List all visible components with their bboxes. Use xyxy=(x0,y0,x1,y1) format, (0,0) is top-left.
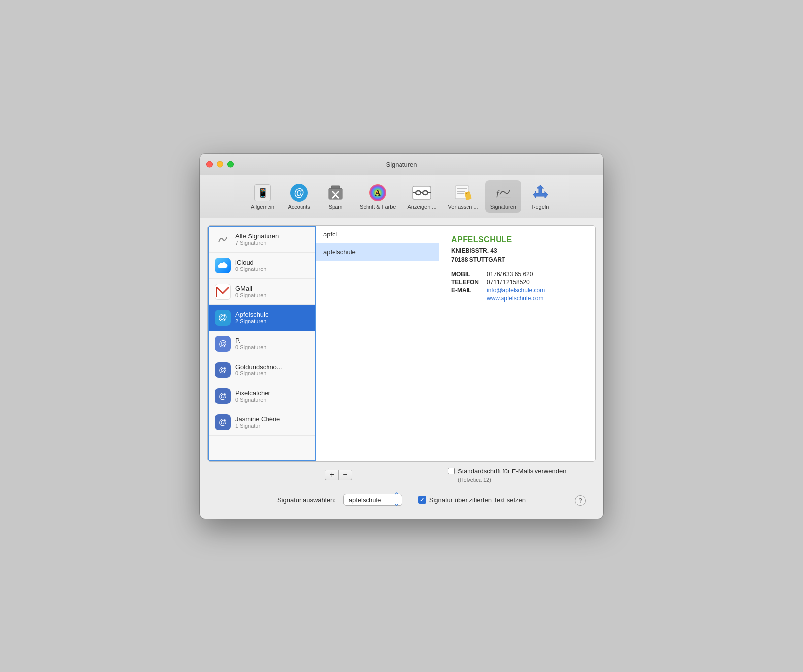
svg-text:ƒ: ƒ xyxy=(496,187,501,198)
account-count-alle: 7 Signaturen xyxy=(235,240,266,246)
website-link[interactable]: www.apfelschule.com xyxy=(487,295,543,302)
account-text-icloud: iCloud 0 Signaturen xyxy=(235,259,309,272)
svg-rect-0 xyxy=(329,188,342,199)
account-count-gold: 0 Signaturen xyxy=(235,370,266,376)
contact-row-email: E-MAIL info@apfelschule.com xyxy=(451,287,583,294)
account-text-gold: Goldundschno... 0 Signaturen xyxy=(235,363,309,376)
add-remove-area: + − xyxy=(321,470,444,480)
verfassen-icon xyxy=(454,183,472,202)
toolbar-item-anzeigen[interactable]: Anzeigen ... xyxy=(402,180,441,213)
accounts-panel[interactable]: Alle Signaturen 7 Signaturen iCloud 0 Si… xyxy=(208,226,316,461)
account-icon-icloud xyxy=(215,258,231,273)
accounts-icon: @ xyxy=(290,183,308,202)
toolbar-label-allgemein: Allgemein xyxy=(251,204,274,210)
telefon-value: 0711/ 12158520 xyxy=(487,279,530,286)
account-text-jasmine: Jasmine Chérie 1 Signatur xyxy=(235,415,309,429)
schrift-icon: A xyxy=(368,183,387,202)
account-text-apfelschule: Apfelschule 2 Signaturen xyxy=(235,311,309,324)
account-count-pixel: 0 Signaturen xyxy=(235,397,266,403)
account-icon-jasmine: @ xyxy=(215,414,231,430)
toolbar-label-verfassen: Verfassen ... xyxy=(448,204,478,210)
close-button[interactable] xyxy=(206,161,213,168)
main-window: Signaturen 📱 Allgemein @ Accounts xyxy=(200,154,603,519)
mobil-value: 0176/ 633 65 620 xyxy=(487,271,533,278)
preview-contact: MOBIL 0176/ 633 65 620 TELEFON 0711/ 121… xyxy=(451,271,583,302)
sig-select-dropdown[interactable]: apfelschule apfel xyxy=(343,494,402,506)
svg-text:A: A xyxy=(375,189,381,197)
preview-street: KNIEBISSTR. 43 xyxy=(451,246,583,255)
sig-above-label: Signatur über zitierten Text setzen xyxy=(429,496,526,504)
toolbar-item-regeln[interactable]: Regeln xyxy=(523,180,558,213)
toolbar-item-spam[interactable]: Spam xyxy=(318,180,353,213)
sig-item-apfelschule[interactable]: apfelschule xyxy=(316,243,439,261)
toolbar-item-allgemein[interactable]: 📱 Allgemein xyxy=(245,180,280,213)
account-icon-pixel: @ xyxy=(215,388,231,404)
mobil-label: MOBIL xyxy=(451,271,482,278)
preview-company: APFELSCHULE xyxy=(451,235,583,244)
sig-above-checkbox[interactable] xyxy=(418,496,426,504)
help-button[interactable]: ? xyxy=(575,495,586,506)
content-area: Alle Signaturen 7 Signaturen iCloud 0 Si… xyxy=(200,218,603,519)
bottom-actions-row: + − Standardschrift für E-Mails verwende… xyxy=(207,468,596,483)
toolbar-label-spam: Spam xyxy=(329,204,343,210)
main-panel: Alle Signaturen 7 Signaturen iCloud 0 Si… xyxy=(207,225,596,462)
toolbar-item-schrift[interactable]: A Schrift & Farbe xyxy=(355,180,401,213)
account-item-gold[interactable]: @ Goldundschno... 0 Signaturen xyxy=(209,357,315,383)
toolbar-item-accounts[interactable]: @ Accounts xyxy=(282,180,316,213)
email-link[interactable]: info@apfelschule.com xyxy=(487,287,545,294)
toolbar-item-verfassen[interactable]: Verfassen ... xyxy=(443,180,483,213)
toolbar-label-schrift: Schrift & Farbe xyxy=(360,204,396,210)
maximize-button[interactable] xyxy=(227,161,234,168)
account-text-pixel: Pixelcatcher 0 Signaturen xyxy=(235,389,309,403)
account-count-p: 0 Signaturen xyxy=(235,344,266,350)
contact-row-telefon: TELEFON 0711/ 12158520 xyxy=(451,279,583,286)
email-label: E-MAIL xyxy=(451,287,482,294)
font-hint: (Helvetica 12) xyxy=(458,477,596,483)
account-item-pixel[interactable]: @ Pixelcatcher 0 Signaturen xyxy=(209,383,315,409)
contact-row-mobil: MOBIL 0176/ 633 65 620 xyxy=(451,271,583,278)
preview-panel: APFELSCHULE KNIEBISSTR. 43 70188 STUTTGA… xyxy=(439,226,595,461)
account-item-icloud[interactable]: iCloud 0 Signaturen xyxy=(209,253,315,279)
account-item-alle[interactable]: Alle Signaturen 7 Signaturen xyxy=(209,227,315,253)
account-text-p: P. 0 Signaturen xyxy=(235,337,309,350)
spam-icon xyxy=(326,183,345,202)
default-font-row: Standardschrift für E-Mails verwenden xyxy=(448,468,596,475)
svg-marker-20 xyxy=(533,185,548,198)
account-name-gold: Goldundschno... xyxy=(235,363,282,370)
add-signature-button[interactable]: + xyxy=(325,470,338,480)
account-name-apfelschule: Apfelschule xyxy=(235,311,268,318)
allgemein-icon: 📱 xyxy=(253,183,272,202)
account-name-icloud: iCloud xyxy=(235,259,254,266)
account-item-p[interactable]: @ P. 0 Signaturen xyxy=(209,331,315,357)
account-count-apfelschule: 2 Signaturen xyxy=(235,318,266,324)
telefon-label: TELEFON xyxy=(451,279,482,286)
account-item-jasmine[interactable]: @ Jasmine Chérie 1 Signatur xyxy=(209,409,315,436)
account-count-jasmine: 1 Signatur xyxy=(235,423,260,429)
account-text-gmail: GMail 0 Signaturen xyxy=(235,285,309,298)
account-icon-apfelschule: @ xyxy=(215,310,231,326)
minimize-button[interactable] xyxy=(217,161,223,168)
signatures-panel[interactable]: apfel apfelschule xyxy=(316,226,439,461)
toolbar-item-signaturen[interactable]: ƒ Signaturen xyxy=(485,180,521,213)
account-name-p: P. xyxy=(235,337,241,344)
titlebar: Signaturen xyxy=(200,154,603,175)
account-name-jasmine: Jasmine Chérie xyxy=(235,415,280,423)
account-name-pixel: Pixelcatcher xyxy=(235,389,270,397)
account-text-alle: Alle Signaturen 7 Signaturen xyxy=(235,233,309,246)
traffic-lights xyxy=(206,161,234,168)
remove-signature-button[interactable]: − xyxy=(338,470,352,480)
toolbar-label-anzeigen: Anzeigen ... xyxy=(407,204,436,210)
sig-select-wrapper: apfelschule apfel ⌃⌄ xyxy=(343,494,402,506)
account-item-gmail[interactable]: GMail 0 Signaturen xyxy=(209,279,315,305)
account-item-apfelschule[interactable]: @ Apfelschule 2 Signaturen xyxy=(209,305,315,331)
svg-rect-1 xyxy=(331,186,340,189)
preview-city: 70188 STUTTGART xyxy=(451,255,583,264)
toolbar-label-signaturen: Signaturen xyxy=(490,204,516,210)
regeln-icon xyxy=(531,183,550,202)
signaturen-icon: ƒ xyxy=(494,183,512,202)
account-count-icloud: 0 Signaturen xyxy=(235,266,266,272)
right-options: Standardschrift für E-Mails verwenden (H… xyxy=(444,468,596,483)
sig-item-apfel[interactable]: apfel xyxy=(316,226,439,243)
default-font-checkbox[interactable] xyxy=(448,468,455,474)
account-count-gmail: 0 Signaturen xyxy=(235,292,266,298)
